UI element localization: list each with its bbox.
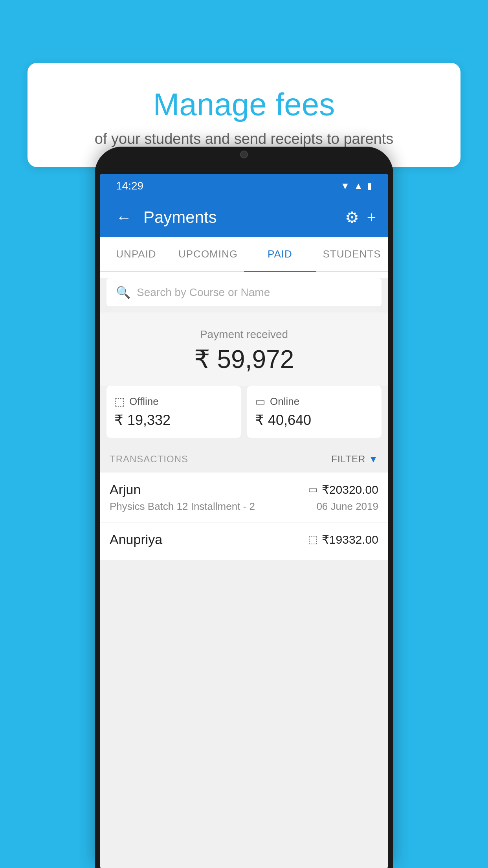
bubble-title: Manage fees [51,86,437,123]
transaction-bottom-1: Physics Batch 12 Installment - 2 06 June… [110,500,378,513]
transaction-course-1: Physics Batch 12 Installment - 2 [110,500,255,513]
wifi-icon: ▼ [340,180,350,191]
payment-received-section: Payment received ₹ 59,972 [100,313,388,386]
online-card-label: Online [270,395,299,408]
filter-icon: ▼ [369,454,378,465]
top-actions: ⚙ + [345,208,376,226]
status-time: 14:29 [116,180,143,192]
signal-icon: ▲ [354,180,363,191]
search-input[interactable]: Search by Course or Name [137,286,270,299]
transaction-row-2[interactable]: Anupriya ⬚ ₹19332.00 [100,522,388,560]
transaction-amount-value-2: ₹19332.00 [322,533,378,546]
payment-received-label: Payment received [108,328,380,341]
notch-camera [240,151,248,158]
phone-frame: 14:29 ▼ ▲ ▮ ← Payments ⚙ + UNPAID UPCO [95,147,393,868]
transaction-name-1: Arjun [110,482,141,497]
phone-screen: 14:29 ▼ ▲ ▮ ← Payments ⚙ + UNPAID UPCO [100,174,388,868]
transaction-amount-2: ⬚ ₹19332.00 [308,533,378,546]
main-content: 🔍 Search by Course or Name Payment recei… [100,278,388,868]
tab-students[interactable]: STUDENTS [316,237,388,271]
phone-notch [220,147,268,162]
transaction-row[interactable]: Arjun ▭ ₹20320.00 Physics Batch 12 Insta… [100,473,388,522]
add-icon[interactable]: + [367,209,376,226]
transaction-amount-value-1: ₹20320.00 [322,483,378,497]
offline-payment-icon-2: ⬚ [308,533,318,546]
settings-icon[interactable]: ⚙ [345,208,359,226]
filter-label: FILTER [331,454,365,465]
payment-cards-row: ⬚ Offline ₹ 19,332 ▭ Online ₹ 40,640 [100,386,388,446]
online-card-header: ▭ Online [255,395,374,408]
tab-upcoming[interactable]: UPCOMING [172,237,244,271]
offline-icon: ⬚ [114,395,125,408]
search-bar[interactable]: 🔍 Search by Course or Name [106,278,382,306]
payment-received-amount: ₹ 59,972 [108,345,380,374]
offline-card-header: ⬚ Offline [114,395,233,408]
status-icons: ▼ ▲ ▮ [340,180,372,191]
filter-button[interactable]: FILTER ▼ [331,454,378,465]
search-icon: 🔍 [116,285,130,299]
tab-paid[interactable]: PAID [244,237,316,271]
transaction-amount-1: ▭ ₹20320.00 [308,483,378,497]
app-bar: ← Payments ⚙ + [100,198,388,237]
online-card-amount: ₹ 40,640 [255,412,374,428]
offline-card: ⬚ Offline ₹ 19,332 [106,386,241,438]
transactions-label: TRANSACTIONS [110,454,188,465]
bubble-subtitle: of your students and send receipts to pa… [51,131,437,147]
offline-card-amount: ₹ 19,332 [114,412,233,428]
tabs-bar: UNPAID UPCOMING PAID STUDENTS [100,237,388,272]
app-bar-title: Payments [143,208,337,227]
online-card: ▭ Online ₹ 40,640 [247,386,382,438]
online-icon: ▭ [255,395,265,408]
transaction-date-1: 06 June 2019 [316,500,378,513]
transaction-name-2: Anupriya [110,532,162,547]
phone-container: 14:29 ▼ ▲ ▮ ← Payments ⚙ + UNPAID UPCO [95,147,393,868]
tab-unpaid[interactable]: UNPAID [100,237,172,271]
back-button[interactable]: ← [112,205,136,230]
transaction-top-2: Anupriya ⬚ ₹19332.00 [110,532,378,547]
phone-top-bar [95,147,393,174]
status-bar: 14:29 ▼ ▲ ▮ [100,174,388,198]
battery-icon: ▮ [367,180,372,191]
card-payment-icon-1: ▭ [308,484,318,496]
transactions-header: TRANSACTIONS FILTER ▼ [100,446,388,473]
offline-card-label: Offline [129,395,159,408]
transaction-top-1: Arjun ▭ ₹20320.00 [110,482,378,497]
